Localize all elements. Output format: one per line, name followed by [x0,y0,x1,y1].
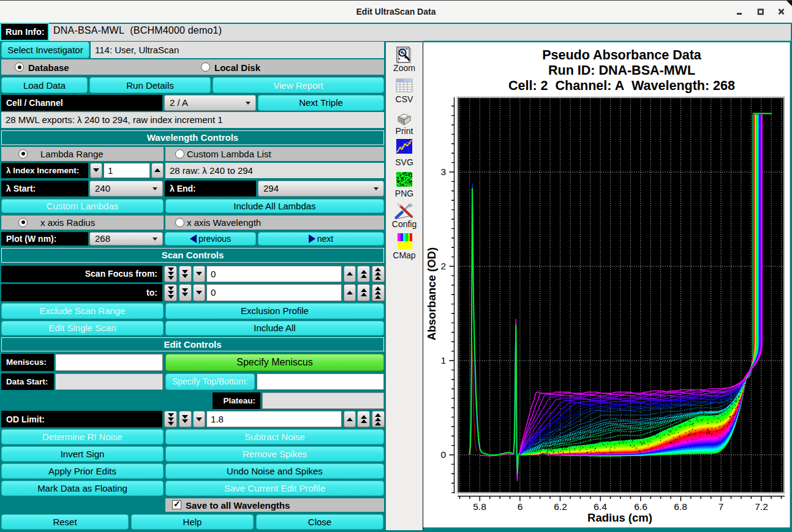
svg-text:5.8: 5.8 [473,501,486,512]
svg-text:Cell: 2 Channel: A Wavelengt: Cell: 2 Channel: A Wavelength: 268 [508,78,735,93]
svg-text:Absorbance (OD): Absorbance (OD) [425,247,438,340]
svg-text:6.4: 6.4 [594,501,607,512]
svg-text:Run ID: DNA-BSA-MWL: Run ID: DNA-BSA-MWL [548,63,695,78]
svg-text:Pseudo Absorbance Data: Pseudo Absorbance Data [542,48,702,62]
svg-text:6: 6 [518,501,523,512]
svg-text:2: 2 [440,261,446,271]
svg-text:0: 0 [440,449,446,460]
svg-text:3: 3 [440,167,446,177]
svg-text:1: 1 [440,355,446,365]
svg-text:6.2: 6.2 [554,501,567,512]
svg-text:Radius (cm): Radius (cm) [587,511,652,524]
svg-text:7.2: 7.2 [755,501,768,512]
svg-text:6.6: 6.6 [634,501,647,512]
svg-text:6.8: 6.8 [674,501,687,512]
svg-text:7: 7 [718,501,724,512]
